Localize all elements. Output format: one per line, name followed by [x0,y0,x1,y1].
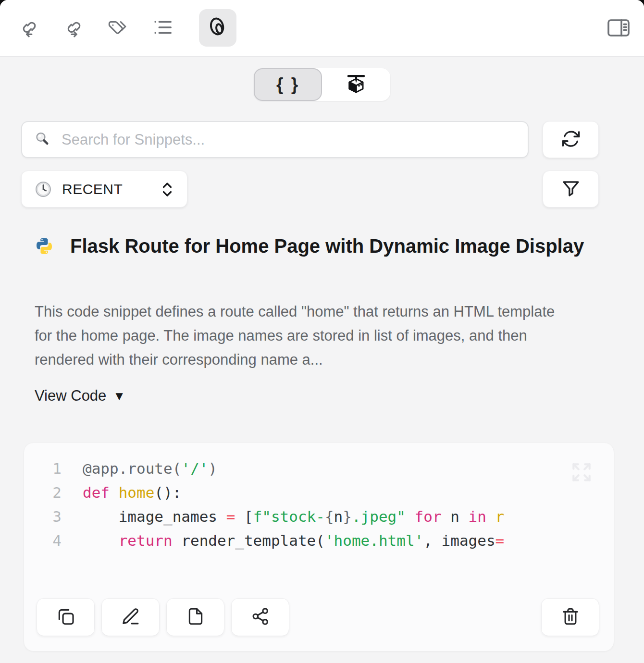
save-as-file-button[interactable] [166,598,224,636]
list-icon [151,16,173,40]
snippet-title: Flask Route for Home Page with Dynamic I… [70,231,584,261]
expand-button[interactable] [570,460,594,486]
filter-icon [561,178,581,200]
share-icon [250,606,271,628]
top-toolbar [0,0,644,57]
search-input-wrapper [21,121,529,158]
view-toggle: { } [254,68,390,101]
line-number: 4 [24,528,62,552]
snippet-header: Flask Route for Home Page with Dynamic I… [35,231,602,261]
trash-icon [560,606,581,628]
code-text: return render_template('home.html', imag… [83,528,504,552]
tab-snippets[interactable]: { } [254,68,322,101]
tags-icon [107,16,129,40]
view-code-toggle[interactable]: View Code ▼ [35,387,125,405]
edit-pencil-icon [121,606,141,628]
app-window: { } [0,0,644,663]
code-text: image_names = [f"stock-{n}.jpeg" for n i… [83,504,504,528]
copy-icon [56,606,76,628]
sort-label: RECENT [62,181,123,197]
refresh-icon [561,129,581,150]
snippet-actions [37,598,289,636]
content-area: { } [0,57,644,663]
delete-button[interactable] [541,598,599,636]
refresh-button[interactable] [543,121,599,158]
code-text: def home(): [83,480,181,504]
filter-button[interactable] [543,171,599,208]
expand-icon [570,478,594,486]
sort-dropdown[interactable]: RECENT [21,171,187,208]
code-line: 4 return render_template('home.html', im… [24,528,614,552]
copy-button[interactable] [37,598,95,636]
toolbar-left-group [0,0,644,56]
code-block-card: 1@app.route('/')2def home():3 image_name… [24,443,614,651]
python-logo-icon [35,236,54,256]
link-in-icon [17,16,39,40]
sidebar-toggle-icon [606,16,631,41]
line-number: 2 [24,480,62,504]
edit-button[interactable] [101,598,160,636]
list-view-button[interactable] [151,17,173,39]
link-in-button[interactable] [17,17,39,39]
magnifier-icon [34,130,51,149]
code-text: @app.route('/') [83,456,217,480]
copilot-bot-icon [345,73,368,97]
braces-icon: { } [276,74,299,95]
snippet-attachments-button[interactable] [199,9,236,47]
search-input[interactable] [61,131,516,149]
code-line: 3 image_names = [f"stock-{n}.jpeg" for n… [24,504,614,528]
snippet-description: This code snippet defines a route called… [35,300,568,372]
paperclip-icon [206,15,229,40]
line-number: 1 [24,456,62,480]
sidebar-toggle-button[interactable] [607,17,630,39]
link-out-button[interactable] [62,17,84,39]
chevron-up-down-icon [160,181,174,197]
link-out-icon [62,16,84,40]
tab-copilot[interactable] [322,68,390,101]
line-number: 3 [24,504,62,528]
code-line: 1@app.route('/') [24,456,614,480]
view-code-label: View Code [35,387,106,405]
code-line: 2def home(): [24,480,614,504]
share-button[interactable] [231,598,289,636]
clock-icon [34,180,52,198]
tags-button[interactable] [107,17,129,39]
file-icon [186,606,206,628]
caret-down-icon: ▼ [113,389,125,404]
code-lines[interactable]: 1@app.route('/')2def home():3 image_name… [24,443,614,552]
